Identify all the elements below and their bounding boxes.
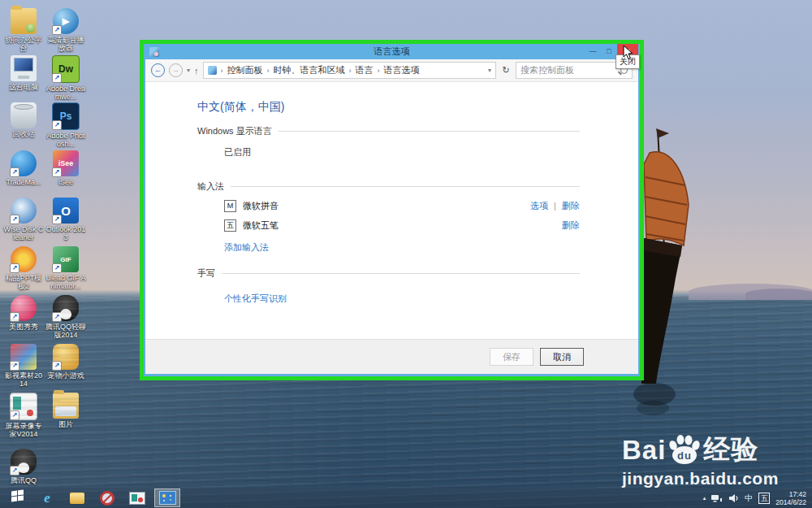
shortcut-arrow-icon: ↗ bbox=[52, 25, 62, 35]
shortcut-arrow-icon: ↗ bbox=[52, 263, 62, 273]
desktop-icon-glyph: ↗ bbox=[11, 55, 37, 81]
shortcut-arrow-icon: ↗ bbox=[10, 215, 19, 224]
ime-row-links: 删除 bbox=[562, 219, 580, 232]
back-button[interactable]: ← bbox=[151, 63, 165, 77]
remove-link[interactable]: 删除 bbox=[562, 220, 580, 230]
up-button[interactable]: ↑ bbox=[194, 66, 199, 76]
taskbar-item[interactable] bbox=[94, 488, 120, 507]
breadcrumb-separator: › bbox=[221, 67, 223, 75]
refresh-icon[interactable]: ↻ bbox=[500, 65, 512, 76]
desktop-icon[interactable]: Ps ↗ Adobe Photosh... bbox=[45, 102, 86, 148]
tray-chevron-icon[interactable]: ▴ bbox=[703, 495, 706, 501]
breadcrumb-clock-language-region[interactable]: 时钟、语言和区域 bbox=[274, 64, 345, 76]
personalize-handwriting-link[interactable]: 个性化手写识别 bbox=[224, 293, 580, 305]
language-icon bbox=[208, 66, 217, 75]
language-indicator[interactable]: 中 bbox=[745, 493, 753, 504]
desktop: ↗ 协同办公平台 ▶ ↗ 高清影音播放器 ↗ 这台电脑 Dw ↗ Adobe D… bbox=[0, 0, 812, 508]
taskbar-item[interactable] bbox=[4, 488, 30, 507]
desktop-icon[interactable]: Dw ↗ Adobe Dreamwe... bbox=[45, 55, 86, 101]
desktop-icon-glyph: Dw ↗ bbox=[52, 55, 80, 83]
taskbar-item-icon: e bbox=[44, 490, 50, 506]
add-input-method-link[interactable]: 添加输入法 bbox=[224, 241, 580, 254]
save-button[interactable]: 保存 bbox=[490, 348, 533, 366]
shortcut-arrow-icon: ↗ bbox=[52, 73, 62, 83]
desktop-icon-label: TradeMa... bbox=[3, 178, 44, 186]
watermark-logo: Bai du 经验 bbox=[622, 432, 779, 468]
mouse-cursor bbox=[623, 45, 633, 60]
language-options-window: 语言选项 — □ × ← → ▾ ↑ › 控制面板 › 时钟、语言和区域 bbox=[144, 44, 640, 376]
options-link[interactable]: 选项 bbox=[530, 201, 548, 211]
mountain bbox=[745, 289, 812, 300]
ime-row-pinyin: M 微软拼音 选项 | 删除 bbox=[224, 200, 580, 212]
link-separator: | bbox=[554, 201, 556, 211]
breadcrumb-language-options[interactable]: 语言选项 bbox=[384, 64, 420, 76]
desktop-icon-glyph: ↗ bbox=[11, 8, 37, 34]
desktop-icon[interactable]: ↗ Wise Disk Cleaner bbox=[3, 198, 44, 241]
titlebar[interactable]: 语言选项 — □ × bbox=[145, 44, 638, 59]
breadcrumb-control-panel[interactable]: 控制面板 bbox=[227, 64, 263, 76]
desktop-icon[interactable]: ↗ 精品PPT模板2 bbox=[3, 246, 44, 290]
taskbar-items: e bbox=[0, 488, 180, 508]
window-content: 中文(简体，中国) Windows 显示语言 已启用 输入法 M 微软拼音 bbox=[145, 82, 638, 339]
breadcrumb-language[interactable]: 语言 bbox=[356, 64, 374, 76]
ime-indicator[interactable]: 五 bbox=[758, 493, 770, 504]
section-label: 输入法 bbox=[197, 180, 224, 193]
search-placeholder: 搜索控制面板 bbox=[520, 64, 574, 76]
cancel-button[interactable]: 取消 bbox=[540, 348, 584, 366]
watermark-url: jingyan.baidu.com bbox=[622, 469, 779, 488]
breadcrumb-separator: › bbox=[267, 67, 270, 75]
shortcut-arrow-icon: ↗ bbox=[52, 120, 62, 130]
taskbar-item-icon bbox=[100, 491, 114, 506]
minimize-button[interactable]: — bbox=[585, 44, 601, 59]
taskbar: e ▴ 中 五 17:42 2014/6/22 bbox=[0, 488, 812, 508]
section-label: Windows 显示语言 bbox=[197, 125, 272, 137]
section-label: 手写 bbox=[197, 267, 215, 280]
desktop-icon[interactable]: ▶ ↗ 高清影音播放器 bbox=[45, 8, 86, 52]
ime-row-links: 选项 | 删除 bbox=[530, 200, 580, 212]
window-title: 语言选项 bbox=[145, 46, 638, 58]
taskbar-item[interactable] bbox=[64, 488, 90, 507]
taskbar-item[interactable] bbox=[154, 488, 180, 507]
desktop-icon[interactable]: ↗ 这台电脑 bbox=[3, 55, 44, 91]
shortcut-arrow-icon: ↗ bbox=[52, 167, 62, 177]
desktop-icon[interactable]: O ↗ Outlook 2013 bbox=[45, 198, 86, 241]
forward-button[interactable]: → bbox=[169, 63, 183, 77]
clock[interactable]: 17:42 2014/6/22 bbox=[775, 490, 806, 506]
desktop-icon-glyph: ↗ bbox=[11, 198, 37, 224]
taskbar-item-icon bbox=[70, 493, 84, 504]
volume-icon[interactable] bbox=[728, 493, 739, 503]
navigation-bar: ← → ▾ ↑ › 控制面板 › 时钟、语言和区域 › 语言 › 语言选项 ▾ … bbox=[145, 59, 638, 82]
desktop-icon-label: Outlook 2013 bbox=[45, 225, 86, 241]
maximize-button[interactable]: □ bbox=[601, 44, 617, 59]
desktop-icon[interactable]: ↗ TradeMa... bbox=[3, 150, 44, 186]
desktop-icon-glyph: ↗ bbox=[11, 246, 37, 272]
address-dropdown-icon[interactable]: ▾ bbox=[488, 67, 491, 74]
desktop-icon-glyph: ▶ ↗ bbox=[53, 8, 79, 34]
desktop-icon-label: 协同办公平台 bbox=[3, 36, 44, 52]
desktop-icon[interactable]: ↗ 回收站 bbox=[3, 102, 44, 138]
tray-date: 2014/6/22 bbox=[775, 498, 806, 506]
section-divider bbox=[279, 131, 580, 132]
taskbar-item[interactable] bbox=[124, 488, 150, 507]
network-icon[interactable] bbox=[711, 493, 723, 503]
input-method-section-header: 输入法 bbox=[197, 180, 580, 193]
baidu-paw-icon: du bbox=[667, 435, 702, 466]
baidu-jingyan-watermark: Bai du 经验 jingyan.baidu.com bbox=[622, 432, 779, 488]
desktop-icon-glyph: ↗ bbox=[11, 102, 37, 128]
address-bar[interactable]: › 控制面板 › 时钟、语言和区域 › 语言 › 语言选项 ▾ bbox=[203, 62, 496, 79]
desktop-icon[interactable]: ↗ 协同办公平台 bbox=[3, 8, 44, 52]
desktop-icon[interactable]: iSee ↗ iSee bbox=[45, 150, 86, 186]
taskbar-item-icon bbox=[11, 490, 17, 496]
ime-name: 微软五笔 bbox=[243, 219, 279, 232]
remove-link[interactable]: 删除 bbox=[562, 201, 580, 211]
desktop-icon[interactable]: GIF ↗ Ulead GIF Animator... bbox=[45, 246, 86, 290]
taskbar-item[interactable]: e bbox=[34, 488, 60, 507]
recent-pages-dropdown-icon[interactable]: ▾ bbox=[187, 67, 190, 74]
desktop-icon-label: 这台电脑 bbox=[3, 83, 44, 91]
desktop-icon-label: 回收站 bbox=[3, 130, 44, 138]
breadcrumb-separator: › bbox=[349, 67, 352, 75]
junk-ship-image bbox=[633, 114, 708, 423]
shortcut-arrow-icon: ↗ bbox=[10, 263, 19, 273]
desktop-icon-glyph: O ↗ bbox=[53, 198, 79, 224]
tray-time: 17:42 bbox=[775, 490, 806, 498]
